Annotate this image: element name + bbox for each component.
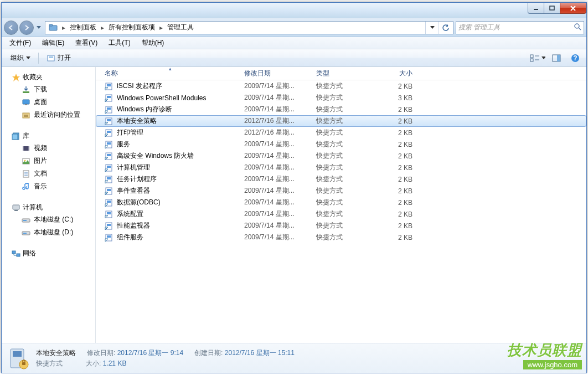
svg-rect-13 (23, 91, 29, 93)
crumb-control-panel[interactable]: 控制面板 (68, 22, 99, 34)
sidebar-downloads[interactable]: 下载 (2, 83, 95, 96)
back-button[interactable] (4, 20, 18, 35)
file-name: 打印管理 (117, 128, 143, 137)
organize-button[interactable]: 组织 (5, 52, 36, 64)
file-size: 2 KB (372, 187, 417, 195)
sidebar-desktop[interactable]: 桌面 (2, 96, 95, 109)
sidebar-computer[interactable]: 计算机 (2, 202, 95, 213)
table-row[interactable]: 任务计划程序2009/7/14 星期...快捷方式2 KB (96, 173, 586, 185)
file-name: 服务 (117, 140, 130, 149)
svg-rect-5 (48, 55, 54, 61)
table-row[interactable]: 计算机管理2009/7/14 星期...快捷方式2 KB (96, 162, 586, 173)
maximize-button[interactable] (544, 3, 560, 14)
shortcut-icon (105, 94, 114, 102)
table-row[interactable]: 本地安全策略2012/7/16 星期...快捷方式2 KB (96, 115, 586, 127)
menu-tools[interactable]: 工具(T) (104, 37, 135, 49)
menu-file[interactable]: 文件(F) (5, 37, 35, 49)
chevron-right-icon[interactable]: ▸ (60, 24, 68, 32)
sidebar-libraries[interactable]: 库 (2, 130, 95, 142)
shortcut-icon (105, 82, 114, 91)
chevron-right-icon[interactable]: ▸ (157, 24, 165, 32)
table-row[interactable]: 事件查看器2009/7/14 星期...快捷方式2 KB (96, 185, 586, 197)
sidebar-music[interactable]: 音乐 (2, 180, 95, 193)
preview-pane-button[interactable] (549, 52, 564, 65)
file-size: 2 KB (372, 129, 417, 137)
sidebar-pictures[interactable]: 图片 (2, 155, 95, 167)
search-input[interactable]: 搜索 管理工具 (456, 21, 584, 34)
shortcut-icon (105, 210, 114, 219)
sidebar-favorites[interactable]: 收藏夹 (2, 71, 95, 83)
video-icon (22, 144, 30, 153)
sidebar-videos[interactable]: 视频 (2, 142, 95, 155)
svg-rect-38 (107, 107, 111, 110)
table-row[interactable]: 服务2009/7/14 星期...快捷方式2 KB (96, 138, 586, 150)
file-date: 2009/7/14 星期... (240, 163, 312, 172)
address-bar[interactable]: ▸ 控制面板 ▸ 所有控制面板项 ▸ 管理工具 (45, 21, 453, 34)
minimize-button[interactable] (528, 3, 544, 14)
sidebar-network[interactable]: 网络 (2, 248, 95, 259)
table-row[interactable]: 性能监视器2009/7/14 星期...快捷方式2 KB (96, 220, 586, 232)
file-type: 快捷方式 (312, 81, 372, 91)
file-date: 2012/7/16 星期... (240, 128, 312, 137)
crumb-all-items[interactable]: 所有控制面板项 (106, 22, 157, 34)
view-mode-button[interactable] (530, 52, 545, 65)
col-name[interactable]: ▴名称 (100, 67, 240, 80)
menu-edit[interactable]: 编辑(E) (38, 37, 69, 49)
file-type: 快捷方式 (312, 128, 372, 137)
svg-rect-3 (49, 24, 53, 26)
forward-button[interactable] (19, 20, 34, 35)
svg-rect-50 (107, 177, 111, 179)
refresh-button[interactable] (439, 22, 452, 34)
sort-asc-icon: ▴ (169, 67, 172, 71)
file-size: 3 KB (372, 94, 417, 102)
file-date: 2009/7/14 星期... (240, 151, 312, 161)
file-date: 2009/7/14 星期... (240, 233, 312, 242)
picture-icon (22, 157, 30, 166)
sidebar-disk-d[interactable]: 本地磁盘 (D:) (2, 226, 95, 239)
svg-rect-1 (550, 6, 554, 10)
chevron-right-icon[interactable]: ▸ (99, 24, 106, 32)
svg-rect-56 (107, 212, 111, 214)
menu-view[interactable]: 查看(V) (71, 37, 102, 49)
table-row[interactable]: Windows 内存诊断2009/7/14 星期...快捷方式2 KB (96, 104, 586, 115)
close-button[interactable] (560, 3, 586, 14)
open-button[interactable]: 打开 (41, 52, 76, 64)
help-button[interactable]: ? (568, 52, 583, 65)
file-type: 快捷方式 (312, 151, 372, 161)
sidebar-documents[interactable]: 文档 (2, 167, 95, 180)
file-name: 数据源(ODBC) (117, 198, 161, 207)
table-row[interactable]: 系统配置2009/7/14 星期...快捷方式2 KB (96, 208, 586, 220)
table-row[interactable]: Windows PowerShell Modules2009/7/14 星期..… (96, 92, 586, 104)
svg-rect-62 (13, 351, 22, 357)
menu-help[interactable]: 帮助(H) (137, 37, 169, 49)
table-row[interactable]: iSCSI 发起程序2009/7/14 星期...快捷方式2 KB (96, 80, 586, 92)
table-row[interactable]: 高级安全 Windows 防火墙2009/7/14 星期...快捷方式2 KB (96, 150, 586, 162)
shortcut-icon (105, 129, 114, 137)
details-pane: 本地安全策略 修改日期: 2012/7/16 星期一 9:14 创建日期: 20… (2, 343, 586, 373)
col-size[interactable]: 大小 (372, 67, 417, 80)
svg-rect-42 (107, 131, 111, 133)
file-name: 系统配置 (117, 209, 143, 219)
col-type[interactable]: 类型 (312, 67, 372, 80)
file-size: 2 KB (372, 176, 417, 183)
address-dropdown[interactable] (425, 22, 439, 34)
table-row[interactable]: 组件服务2009/7/14 星期...快捷方式2 KB (96, 232, 586, 243)
sidebar-disk-c[interactable]: 本地磁盘 (C:) (2, 213, 95, 226)
shortcut-icon (105, 105, 114, 114)
shortcut-icon (105, 175, 114, 184)
svg-rect-54 (107, 201, 111, 203)
svg-text:?: ? (573, 54, 577, 62)
table-row[interactable]: 打印管理2012/7/16 星期...快捷方式2 KB (96, 127, 586, 138)
crumb-admin-tools[interactable]: 管理工具 (165, 22, 196, 34)
svg-rect-15 (25, 104, 27, 105)
history-dropdown[interactable] (35, 21, 43, 34)
file-date: 2009/7/14 星期... (240, 221, 312, 230)
table-row[interactable]: 数据源(ODBC)2009/7/14 星期...快捷方式2 KB (96, 197, 586, 208)
file-size: 2 KB (372, 199, 417, 207)
sidebar-recent[interactable]: 最近访问的位置 (2, 109, 95, 121)
file-size: 2 KB (372, 164, 417, 172)
col-date[interactable]: 修改日期 (240, 67, 312, 80)
file-size: 2 KB (372, 222, 417, 230)
svg-rect-0 (534, 9, 538, 10)
svg-rect-18 (12, 134, 18, 140)
